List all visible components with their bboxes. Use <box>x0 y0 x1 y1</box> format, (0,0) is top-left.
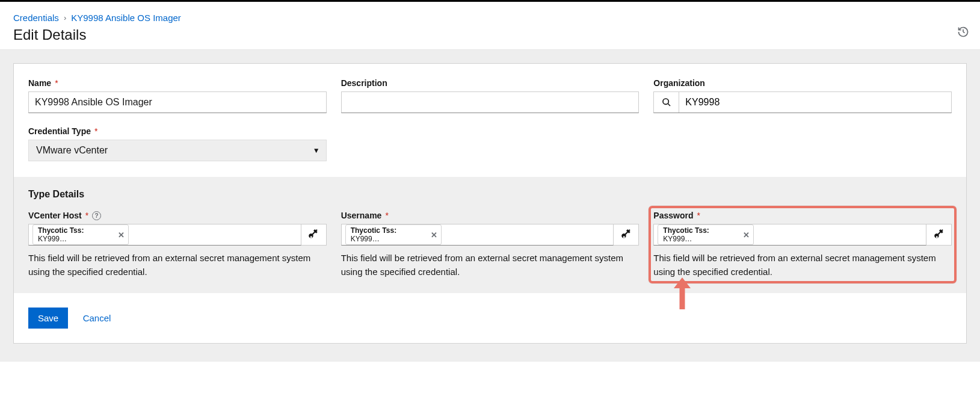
help-icon[interactable]: ? <box>92 211 101 220</box>
key-icon-button[interactable] <box>614 224 639 246</box>
username-field[interactable]: Thycotic Tss: KY999… ✕ <box>341 224 614 246</box>
form-panel: Name* Description Organization <box>13 63 967 344</box>
breadcrumb-root[interactable]: Credentials <box>13 13 59 23</box>
username-label: Username* <box>341 211 639 220</box>
type-details-heading: Type Details <box>28 189 952 200</box>
breadcrumb: Credentials › KY9998 Ansible OS Imager <box>13 13 967 23</box>
organization-input[interactable] <box>679 92 951 113</box>
section-actions: Save Cancel <box>14 293 966 343</box>
username-helper: This field will be retrieved from an ext… <box>341 252 639 279</box>
section-type-details: Type Details VCenter Host* ? Thycotic Ts… <box>14 177 966 293</box>
description-label: Description <box>341 78 639 88</box>
content-area: Name* Description Organization <box>0 50 980 362</box>
history-button[interactable] <box>957 26 969 38</box>
page-title: Edit Details <box>13 26 967 43</box>
password-helper: This field will be retrieved from an ext… <box>653 252 952 279</box>
password-label: Password* <box>653 211 952 220</box>
svg-line-3 <box>668 104 670 106</box>
organization-field[interactable] <box>653 91 952 113</box>
secret-chip: Thycotic Tss: KY999… ✕ <box>32 224 129 245</box>
svg-line-1 <box>963 32 965 33</box>
search-icon[interactable] <box>654 92 679 113</box>
chip-remove-icon[interactable]: ✕ <box>743 230 750 240</box>
section-main: Name* Description Organization <box>14 64 966 177</box>
key-icon-button[interactable] <box>301 224 327 246</box>
credential-type-select[interactable]: VMware vCenter ▼ <box>28 140 327 161</box>
breadcrumb-current[interactable]: KY9998 Ansible OS Imager <box>71 13 181 23</box>
name-label: Name* <box>28 78 327 88</box>
cancel-button[interactable]: Cancel <box>83 313 111 323</box>
organization-label: Organization <box>653 78 952 88</box>
password-field[interactable]: Thycotic Tss: KY999… ✕ <box>653 224 926 246</box>
secret-chip: Thycotic Tss: KY999… ✕ <box>658 224 754 245</box>
chip-remove-icon[interactable]: ✕ <box>431 230 437 240</box>
chip-remove-icon[interactable]: ✕ <box>118 230 125 240</box>
svg-point-2 <box>663 99 668 104</box>
annotation-arrow-icon <box>670 276 694 312</box>
caret-down-icon: ▼ <box>313 146 320 155</box>
secret-chip: Thycotic Tss: KY999… ✕ <box>345 224 442 245</box>
page-header: Credentials › KY9998 Ansible OS Imager E… <box>0 2 980 50</box>
vcenter-host-label: VCenter Host* ? <box>28 211 327 220</box>
chevron-right-icon: › <box>64 13 66 22</box>
key-icon-button[interactable] <box>926 224 952 246</box>
save-button[interactable]: Save <box>28 308 68 329</box>
vcenter-host-helper: This field will be retrieved from an ext… <box>28 252 327 279</box>
credential-type-label: Credential Type* <box>28 126 327 136</box>
description-input[interactable] <box>341 91 639 113</box>
name-input[interactable] <box>28 91 327 113</box>
vcenter-host-field[interactable]: Thycotic Tss: KY999… ✕ <box>28 224 301 246</box>
